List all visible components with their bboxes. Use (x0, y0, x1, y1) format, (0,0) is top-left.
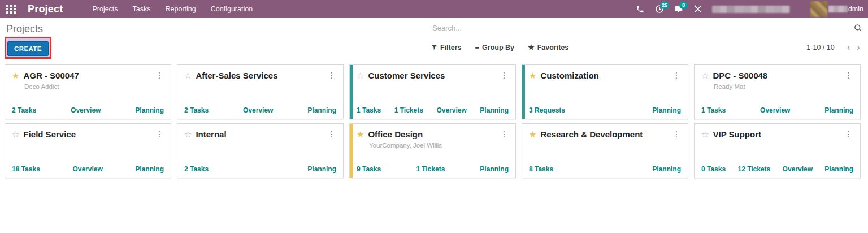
menu-item-reporting[interactable]: Reporting (166, 5, 196, 13)
activity-clock-icon[interactable]: 25 (650, 0, 669, 18)
card-link[interactable]: Planning (135, 165, 164, 173)
card-link[interactable]: Planning (652, 106, 681, 114)
project-card[interactable]: ☆ Customer Services ⋮ 1 Tasks1 TicketsOv… (349, 64, 516, 119)
menu-item-tasks[interactable]: Tasks (133, 5, 151, 13)
messages-icon[interactable]: 8 (669, 0, 688, 18)
card-link[interactable]: 2 Tasks (184, 165, 209, 173)
search-icon[interactable] (854, 24, 862, 34)
project-card-title[interactable]: Customization (540, 71, 598, 81)
project-card-title[interactable]: DPC - S00048 (713, 71, 767, 81)
card-link[interactable]: Overview (71, 106, 101, 114)
card-footer: 1 Tasks1 TicketsOverviewPlanning (357, 102, 509, 114)
card-link[interactable]: Overview (243, 106, 273, 114)
favorites-button[interactable]: ★ Favorites (528, 43, 568, 51)
card-header: ☆ Field Service (12, 130, 164, 140)
kebab-menu-icon[interactable]: ⋮ (498, 70, 510, 81)
menu-item-configuration[interactable]: Configuration (211, 5, 253, 13)
project-card[interactable]: ☆ VIP Support ⋮ 0 Tasks12 TicketsOvervie… (694, 123, 861, 178)
project-card[interactable]: ★ AGR - S00047 ⋮ Deco Addict 2 TasksOver… (5, 64, 171, 119)
card-link[interactable]: 1 Tasks (701, 106, 726, 114)
kebab-menu-icon[interactable]: ⋮ (843, 128, 855, 140)
card-link[interactable]: 12 Tickets (737, 165, 770, 173)
group-by-button[interactable]: ≡ Group By (475, 43, 515, 51)
card-link[interactable]: Planning (480, 106, 509, 114)
menu-item-projects[interactable]: Projects (92, 5, 118, 13)
pager-previous-button[interactable]: ‹ (844, 43, 854, 52)
card-link[interactable]: Overview (436, 106, 466, 114)
card-link[interactable]: 2 Tasks (12, 106, 36, 114)
kebab-menu-icon[interactable]: ⋮ (326, 128, 338, 140)
apps-menu-icon[interactable] (6, 5, 16, 14)
project-card-title[interactable]: Office Design (368, 130, 423, 140)
card-link[interactable]: 9 Tasks (357, 165, 381, 173)
project-card-title[interactable]: AGR - S00047 (23, 71, 79, 81)
card-link[interactable]: Overview (760, 106, 790, 114)
kebab-menu-icon[interactable]: ⋮ (153, 128, 166, 140)
card-link[interactable]: Planning (480, 165, 509, 173)
card-header: ☆ After-Sales Services (184, 71, 336, 81)
card-link[interactable]: 8 Tasks (529, 165, 553, 173)
tools-icon[interactable] (688, 0, 708, 18)
project-card[interactable]: ☆ Field Service ⋮ 18 TasksOverviewPlanni… (5, 123, 171, 178)
card-link[interactable]: 1 Tickets (394, 106, 423, 114)
user-name-suffix[interactable]: dmin (848, 5, 863, 13)
project-card[interactable]: ☆ After-Sales Services ⋮ 2 TasksOverview… (177, 64, 344, 119)
project-card-title[interactable]: Customer Services (368, 71, 445, 81)
card-link[interactable]: Planning (824, 165, 853, 173)
project-card[interactable]: ★ Customization ⋮ 3 RequestsPlanning (522, 64, 688, 119)
card-link[interactable]: 2 Tasks (184, 106, 209, 114)
favorite-star-icon[interactable]: ☆ (184, 71, 192, 81)
project-card[interactable]: ☆ DPC - S00048 ⋮ Ready Mat 1 TasksOvervi… (694, 64, 861, 119)
card-link[interactable]: Planning (824, 106, 853, 114)
favorite-star-icon[interactable]: ☆ (357, 71, 364, 81)
project-card[interactable]: ☆ Internal ⋮ 2 TasksPlanning (177, 123, 344, 178)
card-link[interactable]: Planning (135, 106, 164, 114)
project-card-title[interactable]: Internal (196, 130, 226, 140)
kebab-menu-icon[interactable]: ⋮ (326, 70, 338, 81)
card-link[interactable]: Planning (307, 106, 336, 114)
breadcrumb[interactable]: Projects (6, 23, 43, 35)
card-link[interactable]: 0 Tasks (701, 165, 726, 173)
project-card-title[interactable]: VIP Support (713, 130, 761, 140)
card-color-strip (350, 124, 353, 178)
control-panel: Projects CREATE Filters ≡ Group By ★ Fav… (0, 18, 868, 61)
project-card[interactable]: ★ Office Design ⋮ YourCompany, Joel Will… (349, 123, 516, 178)
favorite-star-icon[interactable]: ☆ (184, 130, 192, 140)
card-link[interactable]: 3 Requests (529, 106, 565, 114)
card-link[interactable]: 1 Tasks (357, 106, 381, 114)
favorite-star-icon[interactable]: ☆ (12, 130, 19, 140)
card-link[interactable]: Planning (652, 165, 681, 173)
favorite-star-icon[interactable]: ★ (529, 71, 536, 81)
phone-icon[interactable] (631, 0, 650, 18)
app-title[interactable]: Project (28, 3, 63, 15)
card-link[interactable]: Planning (307, 165, 336, 173)
search-input[interactable] (429, 21, 863, 36)
card-footer: 1 TasksOverviewPlanning (701, 102, 853, 114)
project-card-title[interactable]: Field Service (23, 130, 76, 140)
favorite-star-icon[interactable]: ☆ (701, 71, 709, 81)
favorite-star-icon: ★ (528, 43, 535, 51)
favorite-star-icon[interactable]: ★ (357, 130, 364, 140)
project-card-title[interactable]: After-Sales Services (196, 71, 277, 81)
favorite-star-icon[interactable]: ☆ (701, 130, 709, 140)
kebab-menu-icon[interactable]: ⋮ (670, 128, 683, 140)
kebab-menu-icon[interactable]: ⋮ (843, 70, 855, 81)
create-button[interactable]: CREATE (7, 41, 49, 56)
kebab-menu-icon[interactable]: ⋮ (498, 128, 510, 140)
user-avatar-redacted[interactable] (810, 1, 827, 17)
card-link[interactable]: 1 Tickets (416, 165, 445, 173)
kebab-menu-icon[interactable]: ⋮ (153, 70, 166, 81)
filters-button[interactable]: Filters (431, 44, 462, 51)
card-link[interactable]: 18 Tasks (12, 165, 40, 173)
pager-next-button[interactable]: › (853, 43, 863, 52)
card-header: ★ Office Design (357, 130, 509, 140)
project-card-title[interactable]: Research & Development (540, 130, 643, 140)
card-color-strip (350, 65, 353, 119)
kebab-menu-icon[interactable]: ⋮ (670, 70, 683, 81)
favorite-star-icon[interactable]: ★ (529, 130, 536, 140)
company-name-redacted[interactable] (712, 6, 790, 13)
card-link[interactable]: Overview (783, 165, 813, 173)
favorite-star-icon[interactable]: ★ (12, 71, 19, 81)
card-link[interactable]: Overview (72, 165, 102, 173)
project-card[interactable]: ★ Research & Development ⋮ 8 TasksPlanni… (522, 123, 688, 178)
